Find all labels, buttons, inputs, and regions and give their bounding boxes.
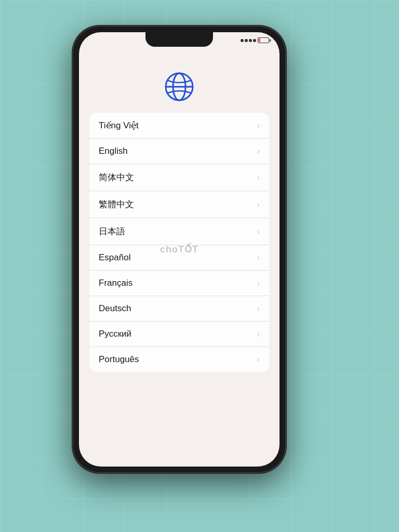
status-right [241,36,269,43]
lang-item-german[interactable]: Deutsch › [89,296,269,322]
chevron-icon-russian: › [257,329,260,339]
lang-label-traditional-chinese: 繁體中文 [99,198,134,210]
signal-dot-1 [241,39,244,42]
battery-fill [259,38,260,42]
lang-item-tieng-viet[interactable]: Tiếng Việt › [89,113,269,139]
chevron-icon-traditional-chinese: › [257,200,260,209]
scene: Tiếng Việt › English › 简体中文 › 繁體中文 › 日本語 [0,0,399,532]
globe-icon-container [161,69,197,105]
lang-item-portuguese[interactable]: Português › [89,347,269,372]
chevron-icon-french: › [257,278,260,288]
signal-dot-3 [249,39,252,42]
chevron-icon-simplified-chinese: › [257,173,260,182]
phone-notch [145,32,213,47]
chevron-icon-english: › [257,147,260,156]
lang-label-french: Français [99,278,132,288]
lang-item-spanish[interactable]: Español › [89,245,269,271]
lang-label-russian: Русский [99,329,131,339]
lang-item-traditional-chinese[interactable]: 繁體中文 › [89,191,269,218]
lang-label-simplified-chinese: 简体中文 [99,171,134,183]
lang-label-spanish: Español [99,252,130,263]
lang-label-tieng-viet: Tiếng Việt [99,120,139,131]
language-list: Tiếng Việt › English › 简体中文 › 繁體中文 › 日本語 [89,113,269,372]
battery-icon [258,37,269,43]
phone-screen: Tiếng Việt › English › 简体中文 › 繁體中文 › 日本語 [79,32,280,467]
lang-item-japanese[interactable]: 日本語 › [89,218,269,245]
lang-item-english[interactable]: English › [89,139,269,164]
lang-item-russian[interactable]: Русский › [89,322,269,347]
chevron-icon-spanish: › [257,253,260,262]
signal-dot-2 [245,39,248,42]
globe-icon [163,70,196,103]
lang-label-english: English [99,146,128,156]
lang-label-german: Deutsch [99,303,131,314]
chevron-icon-german: › [257,304,260,313]
signal-indicator [241,39,256,42]
phone-shell: Tiếng Việt › English › 简体中文 › 繁體中文 › 日本語 [73,26,286,473]
lang-item-french[interactable]: Français › [89,271,269,296]
lang-label-portuguese: Português [99,354,139,365]
signal-dot-4 [253,39,256,42]
lang-label-japanese: 日本語 [99,225,125,237]
chevron-icon-tieng-viet: › [257,121,260,130]
lang-item-simplified-chinese[interactable]: 简体中文 › [89,164,269,191]
chevron-icon-portuguese: › [257,355,260,364]
chevron-icon-japanese: › [257,227,260,236]
